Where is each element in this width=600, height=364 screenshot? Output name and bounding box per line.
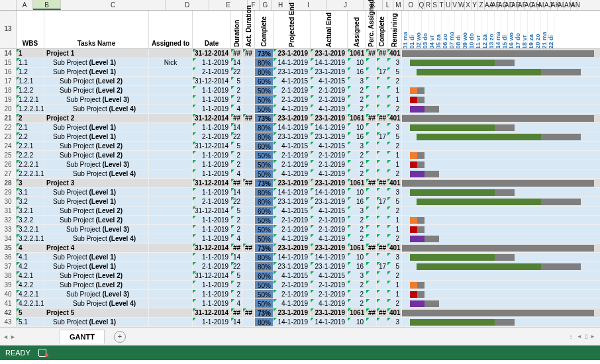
table-row[interactable]: 272.2.2.1.1Sub Project (Level 4)1-1-2019…	[0, 169, 600, 179]
row-number[interactable]: 29	[0, 188, 17, 197]
cell[interactable]	[149, 86, 193, 95]
cell[interactable]	[377, 58, 387, 67]
cell[interactable]: 2-1-2019	[274, 86, 311, 95]
cell[interactable]: 1-1-2019	[193, 216, 231, 224]
table-row[interactable]: 151.1Sub Project (Level 1)Nick1-1-201914…	[0, 58, 600, 68]
cell[interactable]: Sub Project (Level 3)	[44, 290, 149, 298]
cell[interactable]: 50%	[255, 95, 274, 104]
cell[interactable]: 14	[231, 253, 243, 261]
cell[interactable]: 22	[231, 68, 243, 76]
table-row[interactable]: 212Project 231-12-2014####73%23-1-201923…	[0, 114, 600, 123]
cell[interactable]: ##	[366, 244, 377, 252]
cell[interactable]	[377, 188, 387, 197]
cell[interactable]: 10	[348, 253, 366, 261]
cell[interactable]	[243, 95, 255, 104]
col-header-M[interactable]: M	[393, 0, 404, 10]
cell[interactable]	[377, 105, 387, 113]
cell[interactable]: 50%	[255, 290, 274, 298]
cell[interactable]: 50%	[255, 234, 274, 243]
cell[interactable]	[149, 188, 193, 197]
cell[interactable]	[243, 169, 255, 178]
cell[interactable]: 80%	[255, 262, 274, 271]
cell[interactable]: 17	[377, 132, 387, 141]
cell[interactable]: ##	[377, 308, 387, 317]
cell[interactable]: 2	[387, 271, 402, 280]
table-row[interactable]: 354Project 431-12-2014####73%23-1-201923…	[0, 244, 600, 253]
cell[interactable]: Project 2	[44, 114, 149, 122]
cell[interactable]: 3	[348, 77, 366, 85]
cell[interactable]: 2	[348, 151, 366, 159]
cell[interactable]	[377, 160, 387, 169]
cell[interactable]: 14	[231, 188, 243, 197]
spreadsheet-grid[interactable]: ABCDEFGHIJKLMOQRSTUVWXYZAAAEACADAEAFACAH…	[0, 0, 600, 327]
table-row[interactable]: 252.2.2Sub Project (Level 2)1-1-2019250%…	[0, 151, 600, 160]
cell[interactable]	[243, 197, 255, 206]
col-header-U[interactable]: U	[445, 0, 452, 10]
cell[interactable]: 31-12-2014	[193, 244, 231, 252]
cell[interactable]: 3	[17, 179, 44, 187]
row-number[interactable]: 35	[0, 244, 17, 252]
cell[interactable]: 31-12-2014	[193, 49, 231, 58]
cell[interactable]	[149, 105, 193, 113]
row-number[interactable]: 13	[0, 11, 17, 48]
cell[interactable]: 2	[231, 281, 243, 289]
cell[interactable]: 23-1-2019	[274, 197, 311, 206]
cell[interactable]: 1-1-2019	[193, 318, 231, 326]
cell[interactable]: Sub Project (Level 2)	[44, 86, 149, 95]
table-row[interactable]: 414.2.2.1.1Sub Project (Level 4)1-1-2019…	[0, 299, 600, 308]
col-header-O[interactable]: O	[404, 0, 419, 10]
cell[interactable]: 73%	[255, 179, 274, 187]
cell[interactable]: 2	[387, 77, 402, 85]
cell[interactable]: 2	[348, 225, 366, 234]
cell[interactable]: 2-1-2019	[274, 151, 311, 159]
cell[interactable]: Nick	[149, 58, 193, 67]
cell[interactable]: 2	[387, 105, 402, 113]
table-row[interactable]: 222.1Sub Project (Level 1)1-1-20191480%1…	[0, 123, 600, 132]
cell[interactable]	[149, 253, 193, 261]
table-row[interactable]: 425Project 531-12-2014####73%23-1-201923…	[0, 308, 600, 318]
cell[interactable]	[366, 225, 377, 234]
cell[interactable]: ##	[231, 244, 243, 252]
cell[interactable]: Project 1	[44, 49, 149, 58]
cell[interactable]: 401	[387, 179, 402, 187]
header-projected-end[interactable]: Projected End	[274, 11, 311, 48]
cell[interactable]: 1-1-2019	[193, 151, 231, 159]
cell[interactable]	[366, 169, 377, 178]
row-number[interactable]: 23	[0, 132, 17, 141]
col-header-AJ[interactable]: AJ	[544, 0, 551, 10]
table-row[interactable]: 364.1Sub Project (Level 1)1-1-20191480%1…	[0, 253, 600, 262]
cell[interactable]: 4-1-2015	[274, 206, 311, 215]
cell[interactable]	[377, 318, 387, 326]
cell[interactable]	[149, 95, 193, 104]
cell[interactable]: 17	[377, 262, 387, 271]
cell[interactable]: 23-1-2019	[311, 308, 348, 317]
cell[interactable]: 1-1-2019	[193, 234, 231, 243]
row-number[interactable]: 28	[0, 179, 17, 187]
cell[interactable]	[243, 86, 255, 95]
cell[interactable]: 1	[387, 160, 402, 169]
cell[interactable]: 5	[387, 262, 402, 271]
cell[interactable]	[149, 234, 193, 243]
col-header-AE[interactable]: AE	[491, 0, 498, 10]
cell[interactable]: Sub Project (Level 2)	[44, 206, 149, 215]
cell[interactable]: 3.1	[17, 188, 44, 197]
row-number[interactable]: 37	[0, 262, 17, 271]
cell[interactable]: 5	[17, 308, 44, 317]
cell[interactable]: 2	[231, 216, 243, 224]
cell[interactable]: 2-1-2019	[311, 225, 348, 234]
col-header-B[interactable]: B	[33, 0, 61, 10]
cell[interactable]: 23-1-2019	[311, 197, 348, 206]
cell[interactable]: 2-1-2019	[274, 281, 311, 289]
cell[interactable]: 60%	[255, 77, 274, 85]
cell[interactable]	[377, 123, 387, 132]
cell[interactable]: 50%	[255, 105, 274, 113]
cell[interactable]: 3	[387, 58, 402, 67]
header-complete2[interactable]: Complete	[377, 11, 387, 48]
cell[interactable]	[366, 290, 377, 298]
header-wbs[interactable]: WBS	[17, 11, 44, 48]
header-date[interactable]: Date	[193, 11, 231, 48]
cell[interactable]: 1061	[348, 179, 366, 187]
cell[interactable]: 1-1-2019	[193, 86, 231, 95]
col-header-A[interactable]: A	[17, 0, 33, 10]
cell[interactable]: 14-1-2019	[311, 318, 348, 326]
